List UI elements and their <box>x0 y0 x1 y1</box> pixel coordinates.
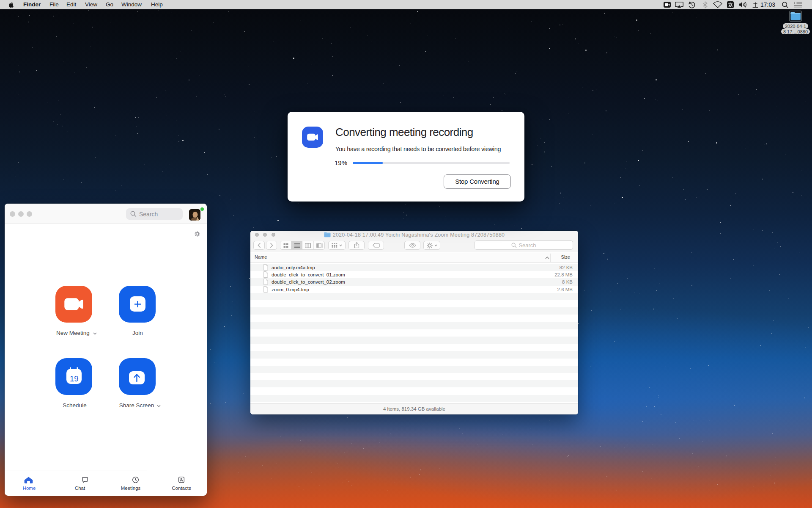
svg-text:19: 19 <box>70 374 79 383</box>
